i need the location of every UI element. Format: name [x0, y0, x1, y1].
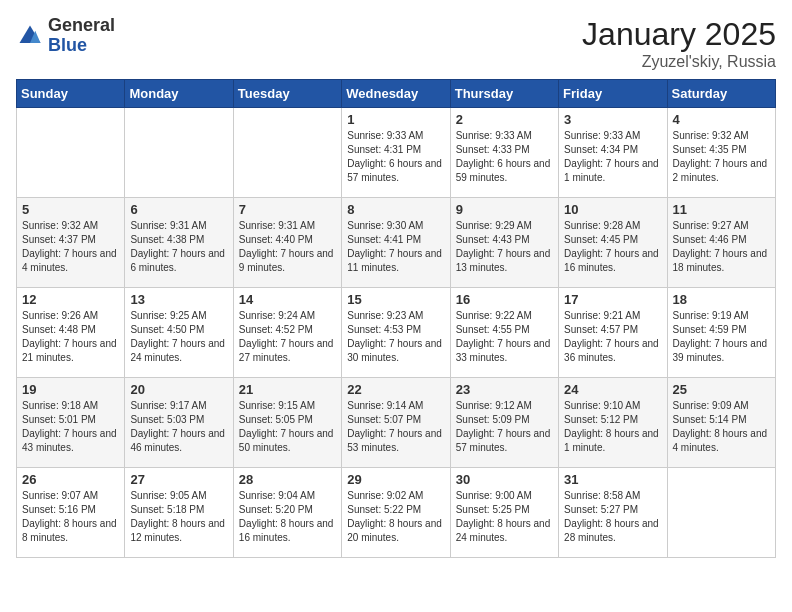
- day-number: 22: [347, 382, 444, 397]
- calendar-cell: 3Sunrise: 9:33 AM Sunset: 4:34 PM Daylig…: [559, 108, 667, 198]
- day-number: 1: [347, 112, 444, 127]
- day-number: 10: [564, 202, 661, 217]
- calendar-cell: [233, 108, 341, 198]
- calendar-cell: 8Sunrise: 9:30 AM Sunset: 4:41 PM Daylig…: [342, 198, 450, 288]
- day-number: 7: [239, 202, 336, 217]
- day-content: Sunrise: 9:00 AM Sunset: 5:25 PM Dayligh…: [456, 489, 553, 545]
- calendar-week-row: 1Sunrise: 9:33 AM Sunset: 4:31 PM Daylig…: [17, 108, 776, 198]
- logo: General Blue: [16, 16, 115, 56]
- day-content: Sunrise: 9:24 AM Sunset: 4:52 PM Dayligh…: [239, 309, 336, 365]
- calendar-header-cell: Saturday: [667, 80, 775, 108]
- calendar-cell: 24Sunrise: 9:10 AM Sunset: 5:12 PM Dayli…: [559, 378, 667, 468]
- day-number: 17: [564, 292, 661, 307]
- calendar-cell: 4Sunrise: 9:32 AM Sunset: 4:35 PM Daylig…: [667, 108, 775, 198]
- day-number: 21: [239, 382, 336, 397]
- calendar-cell: 28Sunrise: 9:04 AM Sunset: 5:20 PM Dayli…: [233, 468, 341, 558]
- calendar-header-row: SundayMondayTuesdayWednesdayThursdayFrid…: [17, 80, 776, 108]
- day-content: Sunrise: 9:15 AM Sunset: 5:05 PM Dayligh…: [239, 399, 336, 455]
- day-number: 6: [130, 202, 227, 217]
- day-content: Sunrise: 9:32 AM Sunset: 4:37 PM Dayligh…: [22, 219, 119, 275]
- day-content: Sunrise: 9:33 AM Sunset: 4:31 PM Dayligh…: [347, 129, 444, 185]
- day-number: 15: [347, 292, 444, 307]
- day-content: Sunrise: 9:29 AM Sunset: 4:43 PM Dayligh…: [456, 219, 553, 275]
- calendar-header-cell: Tuesday: [233, 80, 341, 108]
- calendar-subtitle: Zyuzel'skiy, Russia: [582, 53, 776, 71]
- calendar-body: 1Sunrise: 9:33 AM Sunset: 4:31 PM Daylig…: [17, 108, 776, 558]
- calendar-cell: [125, 108, 233, 198]
- calendar-cell: 6Sunrise: 9:31 AM Sunset: 4:38 PM Daylig…: [125, 198, 233, 288]
- day-number: 28: [239, 472, 336, 487]
- day-number: 14: [239, 292, 336, 307]
- day-content: Sunrise: 9:17 AM Sunset: 5:03 PM Dayligh…: [130, 399, 227, 455]
- day-content: Sunrise: 9:18 AM Sunset: 5:01 PM Dayligh…: [22, 399, 119, 455]
- day-content: Sunrise: 8:58 AM Sunset: 5:27 PM Dayligh…: [564, 489, 661, 545]
- calendar-cell: 25Sunrise: 9:09 AM Sunset: 5:14 PM Dayli…: [667, 378, 775, 468]
- title-block: January 2025 Zyuzel'skiy, Russia: [582, 16, 776, 71]
- calendar-cell: 19Sunrise: 9:18 AM Sunset: 5:01 PM Dayli…: [17, 378, 125, 468]
- calendar-header-cell: Wednesday: [342, 80, 450, 108]
- day-content: Sunrise: 9:05 AM Sunset: 5:18 PM Dayligh…: [130, 489, 227, 545]
- day-content: Sunrise: 9:31 AM Sunset: 4:38 PM Dayligh…: [130, 219, 227, 275]
- day-content: Sunrise: 9:26 AM Sunset: 4:48 PM Dayligh…: [22, 309, 119, 365]
- calendar-cell: 23Sunrise: 9:12 AM Sunset: 5:09 PM Dayli…: [450, 378, 558, 468]
- calendar-cell: [17, 108, 125, 198]
- day-number: 30: [456, 472, 553, 487]
- day-content: Sunrise: 9:33 AM Sunset: 4:34 PM Dayligh…: [564, 129, 661, 185]
- calendar-header-cell: Friday: [559, 80, 667, 108]
- calendar-cell: 27Sunrise: 9:05 AM Sunset: 5:18 PM Dayli…: [125, 468, 233, 558]
- day-number: 2: [456, 112, 553, 127]
- calendar-cell: 5Sunrise: 9:32 AM Sunset: 4:37 PM Daylig…: [17, 198, 125, 288]
- day-content: Sunrise: 9:10 AM Sunset: 5:12 PM Dayligh…: [564, 399, 661, 455]
- calendar-week-row: 5Sunrise: 9:32 AM Sunset: 4:37 PM Daylig…: [17, 198, 776, 288]
- day-number: 9: [456, 202, 553, 217]
- day-number: 27: [130, 472, 227, 487]
- day-content: Sunrise: 9:28 AM Sunset: 4:45 PM Dayligh…: [564, 219, 661, 275]
- day-content: Sunrise: 9:27 AM Sunset: 4:46 PM Dayligh…: [673, 219, 770, 275]
- day-content: Sunrise: 9:04 AM Sunset: 5:20 PM Dayligh…: [239, 489, 336, 545]
- calendar-cell: 7Sunrise: 9:31 AM Sunset: 4:40 PM Daylig…: [233, 198, 341, 288]
- logo-blue: Blue: [48, 35, 87, 55]
- calendar-header-cell: Thursday: [450, 80, 558, 108]
- day-number: 31: [564, 472, 661, 487]
- calendar-cell: 30Sunrise: 9:00 AM Sunset: 5:25 PM Dayli…: [450, 468, 558, 558]
- day-number: 8: [347, 202, 444, 217]
- day-content: Sunrise: 9:09 AM Sunset: 5:14 PM Dayligh…: [673, 399, 770, 455]
- calendar-cell: [667, 468, 775, 558]
- day-content: Sunrise: 9:30 AM Sunset: 4:41 PM Dayligh…: [347, 219, 444, 275]
- calendar-cell: 17Sunrise: 9:21 AM Sunset: 4:57 PM Dayli…: [559, 288, 667, 378]
- day-content: Sunrise: 9:14 AM Sunset: 5:07 PM Dayligh…: [347, 399, 444, 455]
- logo-general: General: [48, 15, 115, 35]
- day-number: 23: [456, 382, 553, 397]
- calendar-cell: 11Sunrise: 9:27 AM Sunset: 4:46 PM Dayli…: [667, 198, 775, 288]
- calendar-cell: 18Sunrise: 9:19 AM Sunset: 4:59 PM Dayli…: [667, 288, 775, 378]
- calendar-week-row: 19Sunrise: 9:18 AM Sunset: 5:01 PM Dayli…: [17, 378, 776, 468]
- day-content: Sunrise: 9:07 AM Sunset: 5:16 PM Dayligh…: [22, 489, 119, 545]
- day-number: 4: [673, 112, 770, 127]
- calendar-week-row: 26Sunrise: 9:07 AM Sunset: 5:16 PM Dayli…: [17, 468, 776, 558]
- day-content: Sunrise: 9:23 AM Sunset: 4:53 PM Dayligh…: [347, 309, 444, 365]
- calendar-header-cell: Monday: [125, 80, 233, 108]
- calendar-title: January 2025: [582, 16, 776, 53]
- day-content: Sunrise: 9:32 AM Sunset: 4:35 PM Dayligh…: [673, 129, 770, 185]
- day-content: Sunrise: 9:19 AM Sunset: 4:59 PM Dayligh…: [673, 309, 770, 365]
- day-number: 5: [22, 202, 119, 217]
- day-number: 25: [673, 382, 770, 397]
- day-content: Sunrise: 9:31 AM Sunset: 4:40 PM Dayligh…: [239, 219, 336, 275]
- day-number: 18: [673, 292, 770, 307]
- calendar-cell: 29Sunrise: 9:02 AM Sunset: 5:22 PM Dayli…: [342, 468, 450, 558]
- day-content: Sunrise: 9:12 AM Sunset: 5:09 PM Dayligh…: [456, 399, 553, 455]
- calendar-cell: 21Sunrise: 9:15 AM Sunset: 5:05 PM Dayli…: [233, 378, 341, 468]
- calendar-cell: 15Sunrise: 9:23 AM Sunset: 4:53 PM Dayli…: [342, 288, 450, 378]
- logo-text: General Blue: [48, 16, 115, 56]
- calendar-cell: 13Sunrise: 9:25 AM Sunset: 4:50 PM Dayli…: [125, 288, 233, 378]
- calendar-cell: 22Sunrise: 9:14 AM Sunset: 5:07 PM Dayli…: [342, 378, 450, 468]
- calendar-cell: 9Sunrise: 9:29 AM Sunset: 4:43 PM Daylig…: [450, 198, 558, 288]
- calendar-cell: 1Sunrise: 9:33 AM Sunset: 4:31 PM Daylig…: [342, 108, 450, 198]
- calendar-cell: 14Sunrise: 9:24 AM Sunset: 4:52 PM Dayli…: [233, 288, 341, 378]
- calendar-cell: 31Sunrise: 8:58 AM Sunset: 5:27 PM Dayli…: [559, 468, 667, 558]
- calendar-cell: 20Sunrise: 9:17 AM Sunset: 5:03 PM Dayli…: [125, 378, 233, 468]
- calendar-header-cell: Sunday: [17, 80, 125, 108]
- logo-icon: [16, 22, 44, 50]
- day-number: 19: [22, 382, 119, 397]
- day-number: 16: [456, 292, 553, 307]
